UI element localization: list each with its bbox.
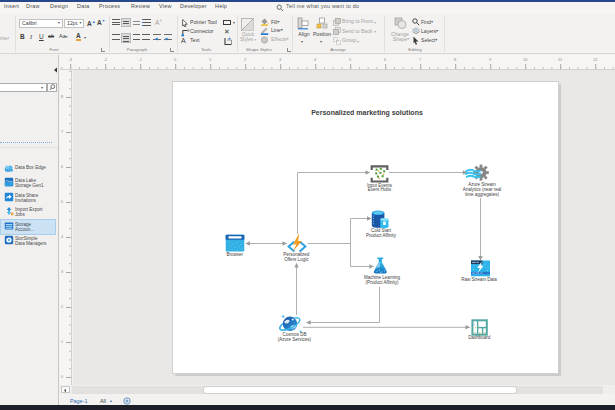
svg-text:time aggregates): time aggregates) xyxy=(465,192,499,197)
svg-text:Dashboard: Dashboard xyxy=(468,335,491,340)
svg-text:Event Hubs: Event Hubs xyxy=(368,187,392,192)
svg-text:Cosmos DB: Cosmos DB xyxy=(282,332,306,337)
svg-text:Personalized marketing solutio: Personalized marketing solutions xyxy=(311,109,423,117)
svg-text:(Azure Services): (Azure Services) xyxy=(278,337,312,342)
svg-text:Raw Stream Data: Raw Stream Data xyxy=(461,277,497,282)
svg-text:Product Affinity: Product Affinity xyxy=(366,233,397,238)
svg-text:Offers Logic: Offers Logic xyxy=(284,257,309,262)
svg-text:Browser: Browser xyxy=(226,252,243,257)
svg-text:(Product Affinity): (Product Affinity) xyxy=(366,280,399,285)
